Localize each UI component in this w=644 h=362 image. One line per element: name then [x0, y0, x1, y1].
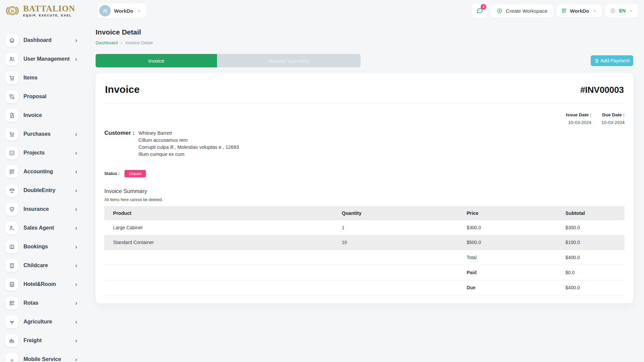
cell-product: Large Cabinet: [104, 220, 338, 235]
sidebar-item-freight[interactable]: Freight ›: [5, 331, 87, 350]
globe-icon: [609, 7, 616, 14]
paid-value: $0.0: [562, 265, 625, 280]
sidebar-item-user-management[interactable]: User Management ›: [5, 50, 87, 68]
cell-product: Standard Container: [104, 235, 338, 250]
sidebar-item-label: Hotel&Room: [23, 281, 56, 287]
grid-plus-icon: [5, 297, 18, 309]
tab-invoice[interactable]: Invoice: [96, 54, 217, 67]
customer-block: Customer : Whitney Barrett Cillum accusa…: [104, 130, 625, 158]
issue-date-label: Issue Date :: [566, 112, 591, 117]
sidebar-item-label: Accounting: [23, 169, 53, 175]
brand-name: BATTALION: [23, 4, 75, 13]
sidebar-item-items[interactable]: Items: [5, 68, 87, 87]
add-payment-button[interactable]: Add Payment: [591, 55, 633, 66]
add-payment-label: Add Payment: [600, 58, 630, 63]
sidebar-item-accounting[interactable]: Accounting ›: [5, 162, 87, 181]
chevron-down-icon: [137, 8, 142, 13]
chevron-right-icon: ›: [75, 169, 77, 175]
column-header-quantity: Quantity: [338, 206, 463, 220]
sidebar-item-label: Rotas: [23, 300, 38, 306]
column-header-product: Product: [104, 206, 338, 220]
building-plus-icon: [5, 259, 18, 272]
sidebar-item-label: User Management: [23, 56, 70, 62]
sidebar-item-invoice[interactable]: Invoice: [5, 106, 87, 125]
chevron-right-icon: ›: [75, 187, 77, 193]
sidebar-item-hotel-room[interactable]: Hotel&Room ›: [5, 275, 87, 294]
chevron-right-icon: ›: [75, 37, 77, 43]
cell-price: $500.0: [463, 235, 562, 250]
sidebar-item-label: Invoice: [23, 112, 42, 118]
status-row: Status : Unpaid: [104, 170, 625, 177]
chevron-right-icon: ›: [75, 281, 77, 287]
sidebar-item-mobile-service[interactable]: Mobile Service ›: [5, 350, 87, 362]
check-square-icon: [5, 146, 18, 159]
chevron-right-icon: ›: [75, 338, 77, 344]
sidebar-item-rotas[interactable]: Rotas ›: [5, 294, 87, 312]
due-value: $400.0: [562, 280, 625, 295]
home-icon: [5, 34, 18, 47]
paid-row: Paid $0.0: [104, 265, 625, 280]
sidebar-item-label: Insurance: [23, 206, 49, 212]
sidebar-item-purchases[interactable]: Purchases ›: [5, 125, 87, 143]
building-icon: [5, 278, 18, 291]
table-row: Large Cabinet 1 $300.0 $300.0: [104, 220, 625, 235]
paid-label: Paid: [463, 265, 562, 280]
sidebar-item-doubleentry[interactable]: DoubleEntry ›: [5, 181, 87, 200]
workspace-selector[interactable]: WorkDo: [97, 3, 146, 18]
svg-text:B: B: [11, 8, 14, 13]
workdo-apps-menu[interactable]: WorkDo: [556, 4, 601, 17]
sidebar-item-label: Bookings: [23, 244, 48, 250]
customer-address-line: Cillum accusamus rem: [139, 137, 239, 144]
sidebar-item-sales-agent[interactable]: Sales Agent ›: [5, 219, 87, 237]
page-title: Invoice Detail: [96, 28, 633, 36]
total-label: Total: [463, 250, 562, 265]
sidebar-item-label: Purchases: [23, 131, 51, 137]
invoice-dates: Issue Date : 10-03-2024 Due Date : 10-03…: [104, 112, 625, 125]
plane-icon: [5, 334, 18, 347]
due-row: Due $400.0: [104, 280, 625, 295]
sidebar-item-label: Projects: [23, 150, 45, 156]
create-workspace-button[interactable]: Create Workspace: [491, 4, 553, 17]
lines-icon: [5, 353, 18, 362]
workspace-avatar: [99, 5, 111, 16]
invoice-summary-title: Invoice Summary: [104, 188, 625, 194]
sidebar-item-proposal[interactable]: Proposal: [5, 87, 87, 106]
workspace-name: WorkDo: [114, 8, 133, 14]
grid-plus-icon: [561, 8, 567, 14]
language-code: EN: [619, 8, 626, 13]
chevron-right-icon: ›: [75, 244, 77, 250]
sidebar-item-label: Childcare: [23, 262, 48, 268]
breadcrumb-current: Invoice Detail: [125, 40, 153, 45]
messages-count-badge: 0: [481, 4, 486, 10]
status-label: Status :: [104, 171, 120, 176]
language-selector[interactable]: EN: [605, 4, 638, 17]
breadcrumb-separator-icon: ›: [121, 40, 122, 46]
main-content: Invoice Detail Dashboard › Invoice Detai…: [87, 19, 644, 362]
sidebar-item-label: Items: [23, 75, 38, 81]
sidebar-item-childcare[interactable]: Childcare ›: [5, 256, 87, 275]
breadcrumb-dashboard-link[interactable]: Dashboard: [96, 40, 118, 45]
invoice-card: Invoice #INV00003 Issue Date : 10-03-202…: [96, 73, 633, 303]
sidebar-item-bookings[interactable]: Bookings ›: [5, 237, 87, 256]
sidebar-item-agriculture[interactable]: Agriculture ›: [5, 312, 87, 331]
sidebar-item-dashboard[interactable]: Dashboard ›: [5, 31, 87, 50]
cart-icon: [5, 71, 18, 84]
chevron-right-icon: ›: [75, 356, 77, 362]
table-header-row: Product Quantity Price Subtotal: [104, 206, 625, 220]
brand-logo: B BATTALION EQUIP, EXECUTE, EXEL: [5, 3, 89, 18]
customer-name: Whitney Barrett: [139, 130, 239, 137]
status-badge: Unpaid: [124, 170, 146, 177]
chevron-right-icon: ›: [75, 131, 77, 137]
invoice-number: #INV00003: [580, 85, 624, 95]
invoice-summary-note: All items here cannot be deleted.: [104, 197, 625, 202]
cell-price: $300.0: [463, 220, 562, 235]
chevron-right-icon: ›: [75, 319, 77, 325]
tab-receipt-summary[interactable]: Receipt Summary: [217, 54, 361, 67]
book-icon: [5, 240, 18, 253]
messages-button[interactable]: 0: [472, 3, 487, 18]
due-label: Due: [463, 280, 562, 295]
user-check-icon: [5, 222, 18, 234]
sidebar-item-projects[interactable]: Projects ›: [5, 143, 87, 162]
sidebar-item-insurance[interactable]: Insurance ›: [5, 200, 87, 219]
chevron-right-icon: ›: [75, 300, 77, 306]
